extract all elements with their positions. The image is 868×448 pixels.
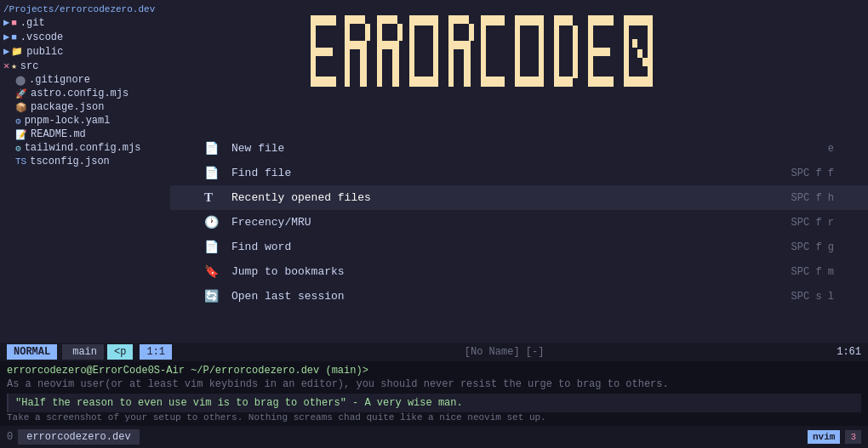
- menu-item-find-file[interactable]: 📄 Find file SPC f f: [170, 161, 868, 185]
- svg-rect-1: [311, 15, 316, 87]
- svg-rect-2: [316, 15, 336, 26]
- menu-item-jump-bookmarks[interactable]: 🔖 Jump to bookmarks SPC f m: [170, 259, 868, 284]
- svg-rect-16: [414, 15, 433, 26]
- bottom-bar: 0 errorcodezero.dev nvim 3: [0, 426, 868, 448]
- svg-rect-24: [481, 15, 486, 87]
- menu-item-open-session[interactable]: 🔄 Open last session SPC s l: [170, 284, 868, 309]
- filename: [No Name]: [465, 346, 520, 358]
- recently-opened-icon: T: [204, 190, 221, 205]
- svg-rect-36: [593, 15, 614, 26]
- count-badge: 3: [845, 430, 861, 444]
- svg-rect-9: [360, 49, 367, 87]
- flags: [-]: [526, 346, 545, 358]
- svg-rect-30: [520, 77, 539, 87]
- svg-rect-8: [350, 41, 367, 49]
- sidebar-item-tailwind[interactable]: ⚙ tailwind.config.mjs: [0, 141, 170, 155]
- jump-bookmarks-shortcut: SPC f m: [791, 266, 834, 278]
- ts-icon: TS: [15, 156, 26, 167]
- recently-opened-shortcut: SPC f h: [791, 192, 834, 204]
- filename-display: [No Name] [-]: [172, 346, 837, 358]
- svg-rect-39: [624, 15, 629, 87]
- terminal-quote: "Half the reason to even use vim is to b…: [7, 394, 861, 412]
- star-folder-icon: ★: [11, 60, 17, 71]
- svg-rect-17: [433, 15, 438, 87]
- bottom-title: errorcodezero.dev: [18, 429, 139, 445]
- menu-item-recently-opened[interactable]: T Recently opened files SPC f h: [170, 185, 868, 210]
- svg-rect-10: [377, 15, 382, 87]
- svg-rect-47: [302, 92, 736, 94]
- sidebar-item-package-json[interactable]: 📦 package.json: [0, 100, 170, 114]
- sidebar-readme-label: README.md: [31, 128, 86, 140]
- terminal-line2: Take a screenshot of your setup to other…: [7, 412, 861, 422]
- menu-item-new-file[interactable]: 📄 New file e: [170, 136, 868, 161]
- svg-rect-45: [642, 58, 648, 66]
- find-word-icon: 📄: [204, 240, 221, 254]
- git-folder-icon: ■: [11, 18, 17, 28]
- folder-arrow-icon: ▶: [3, 45, 9, 58]
- sidebar-item-src-folder[interactable]: ✕ ★ src: [0, 59, 170, 73]
- menu-item-frecency[interactable]: 🕐 Frecency/MRU SPC f r: [170, 210, 868, 235]
- sidebar-item-pnpm-lock[interactable]: ⚙ pnpm-lock.yaml: [0, 114, 170, 128]
- sidebar-tailwind-label: tailwind.config.mjs: [25, 142, 141, 154]
- svg-rect-28: [520, 15, 539, 26]
- svg-rect-15: [409, 15, 414, 87]
- root-path-label: /Projects/errorcodezero.dev: [3, 4, 155, 14]
- sidebar-package-label: package.json: [31, 101, 104, 113]
- bottom-left-num: 0: [7, 431, 13, 443]
- svg-rect-21: [469, 24, 474, 41]
- find-word-shortcut: SPC f g: [791, 241, 834, 253]
- content-area: 📄 New file e 📄 Find file SPC f f T Recen…: [170, 0, 868, 343]
- folder-arrow-icon: ✕: [3, 60, 9, 72]
- main-area: /Projects/errorcodezero.dev ▶ ■ .git ▶ ■…: [0, 0, 868, 343]
- nvim-badge: nvim: [808, 430, 840, 444]
- svg-rect-27: [515, 15, 520, 87]
- svg-rect-42: [629, 77, 648, 87]
- branch-name: main: [72, 346, 97, 358]
- svg-rect-6: [350, 15, 365, 24]
- menu-item-find-word[interactable]: 📄 Find word SPC f g: [170, 235, 868, 259]
- svg-rect-46: [302, 9, 736, 10]
- svg-rect-34: [559, 77, 573, 87]
- svg-rect-18: [414, 77, 433, 87]
- new-file-icon: 📄: [204, 141, 221, 156]
- jump-bookmarks-label: Jump to bookmarks: [231, 265, 791, 278]
- sidebar-item-gitignore[interactable]: ⬤ .gitignore: [0, 73, 170, 87]
- sidebar-src-label: src: [20, 60, 39, 72]
- svg-rect-13: [382, 41, 399, 49]
- sidebar-item-git-folder[interactable]: ▶ ■ .git: [0, 15, 170, 30]
- sidebar-gitignore-label: .gitignore: [29, 74, 90, 86]
- svg-rect-38: [593, 77, 614, 87]
- recently-opened-label: Recently opened files: [231, 191, 791, 204]
- svg-rect-35: [588, 15, 593, 87]
- new-file-shortcut: e: [828, 143, 834, 155]
- tailwind-icon: ⚙: [15, 143, 21, 154]
- svg-rect-22: [454, 41, 471, 49]
- open-session-label: Open last session: [231, 290, 791, 303]
- astro-icon: 🚀: [15, 88, 27, 99]
- find-file-shortcut: SPC f f: [791, 167, 834, 179]
- line-col-display: 1:61: [837, 346, 861, 358]
- open-session-shortcut: SPC s l: [791, 291, 834, 303]
- new-file-label: New file: [231, 142, 828, 155]
- terminal-area: errorcodezero@ErrorCode0S-Air ~/P/errorc…: [0, 361, 868, 426]
- svg-rect-32: [559, 15, 573, 26]
- svg-rect-33: [573, 26, 578, 78]
- sidebar-item-public-folder[interactable]: ▶ 📁 public: [0, 44, 170, 59]
- sidebar-item-readme[interactable]: 📝 README.md: [0, 128, 170, 141]
- sidebar-item-tsconfig[interactable]: TS tsconfig.json: [0, 155, 170, 168]
- sidebar-item-vscode-folder[interactable]: ▶ ■ .vscode: [0, 30, 170, 44]
- svg-rect-26: [486, 77, 505, 87]
- find-file-label: Find file: [231, 167, 791, 179]
- menu-items: 📄 New file e 📄 Find file SPC f f T Recen…: [170, 102, 868, 343]
- frecency-label: Frecency/MRU: [231, 216, 791, 229]
- terminal-prompt: errorcodezero@ErrorCode0S-Air ~/P/errorc…: [7, 365, 861, 377]
- json-icon: 📦: [15, 102, 27, 113]
- frecency-shortcut: SPC f r: [791, 217, 834, 229]
- sidebar: /Projects/errorcodezero.dev ▶ ■ .git ▶ ■…: [0, 0, 170, 343]
- svg-rect-41: [648, 15, 653, 87]
- frecency-icon: 🕐: [204, 215, 221, 230]
- branch-info: main: [62, 344, 104, 360]
- sidebar-item-astro-config[interactable]: 🚀 astro.config.mjs: [0, 87, 170, 100]
- svg-rect-12: [397, 24, 403, 41]
- pixel-logo: [302, 9, 736, 94]
